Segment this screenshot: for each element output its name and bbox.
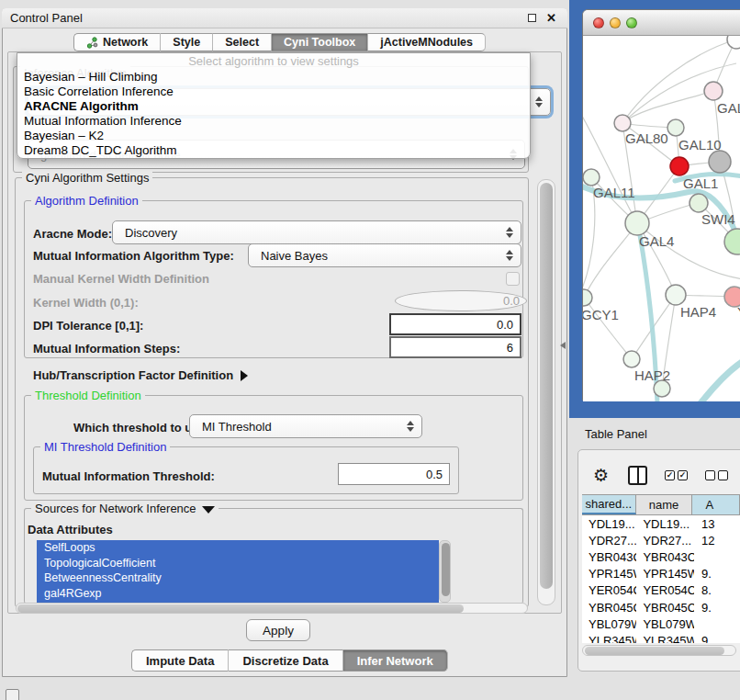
table-row[interactable]: YLR345WYLR345W9. (582, 632, 740, 643)
network-node[interactable] (727, 36, 740, 49)
tab-discretize-data[interactable]: Discretize Data (229, 649, 342, 672)
network-node-gal10[interactable] (667, 119, 684, 136)
select-all-icon[interactable]: ✓ ✓ (665, 470, 688, 480)
algorithm-option-bayesian-hill-climbing[interactable]: Bayesian – Hill Climbing (17, 70, 530, 85)
network-node[interactable] (709, 151, 731, 173)
data-attributes-list[interactable]: SelfLoopsTopologicalCoefficientBetweenne… (37, 540, 439, 603)
table-cell[interactable]: YBR043C (636, 550, 694, 564)
manual-kernel-checkbox[interactable] (506, 272, 520, 286)
network-node-gal1[interactable] (670, 157, 689, 175)
tab-infer-network[interactable]: Infer Network (343, 649, 448, 672)
table-row[interactable]: YBL079WYBL079W (582, 615, 740, 632)
table-cell[interactable]: 9. (694, 634, 740, 643)
zoom-traffic-light-icon[interactable] (626, 17, 637, 28)
network-node-swi4[interactable] (690, 194, 708, 212)
table-cell[interactable]: 12 (694, 534, 740, 548)
table-cell[interactable]: YBR043C (582, 550, 636, 564)
table-cell[interactable]: YBL079W (636, 617, 694, 631)
table-cell[interactable]: YPR145W (636, 567, 694, 581)
network-node-gcy1[interactable] (583, 289, 592, 306)
network-node-gal4[interactable] (625, 211, 649, 235)
column-header-shared[interactable]: shared... (582, 495, 636, 514)
dock-panel-icon[interactable] (6, 689, 19, 700)
deselect-all-icon[interactable] (705, 470, 728, 480)
manual-kernel-label: Manual Kernel Width Definition (33, 272, 209, 286)
scrollbar-thumb[interactable] (17, 604, 464, 613)
table-row[interactable]: YDL19...YDL19...13 (582, 515, 740, 532)
network-node-gal11[interactable] (583, 169, 600, 186)
mi-threshold-group-title: MI Threshold Definition (40, 440, 170, 454)
attributes-list-scrollbar[interactable] (439, 540, 451, 603)
table-cell[interactable]: YLR345W (582, 634, 636, 643)
table-row[interactable]: YDR27...YDR27...12 (582, 532, 740, 548)
tab-jactivemnodules[interactable]: jActiveMNodules (368, 33, 486, 51)
network-node-hap4[interactable] (666, 285, 686, 305)
data-attribute-item[interactable]: SelfLoops (37, 540, 439, 556)
gear-icon[interactable]: ⚙ (593, 465, 609, 486)
table-row[interactable]: YPR145WYPR145W9. (582, 566, 740, 582)
mi-steps-field[interactable]: 6 (389, 336, 521, 358)
scrollbar-thumb[interactable] (540, 183, 553, 589)
dpi-tolerance-field[interactable]: 0.0 (389, 313, 521, 335)
scrollbar-thumb[interactable] (442, 543, 450, 596)
mi-type-combobox[interactable]: Naive Bayes (248, 243, 521, 267)
table-cell[interactable]: 9. (694, 567, 740, 581)
column-header-name[interactable]: name (636, 495, 693, 514)
table-cell[interactable]: 8. (694, 583, 740, 597)
table-cell[interactable]: YDL19... (582, 517, 636, 531)
table-cell[interactable]: YPR145W (582, 567, 636, 581)
network-node[interactable] (724, 229, 740, 254)
table-row[interactable]: YBR043CYBR043C (582, 548, 740, 565)
combo-stepper-icon (506, 227, 513, 238)
hub-definition-expander[interactable]: Hub/Transcription Factor Definition (33, 368, 248, 382)
network-node-gal80[interactable] (614, 115, 631, 131)
algorithm-option-dream8-dc-tdc-algorithm[interactable]: Dream8 DC_TDC Algorithm (17, 143, 530, 158)
settings-horizontal-scrollbar[interactable] (16, 603, 528, 614)
table-cell[interactable]: YBL079W (582, 617, 636, 631)
column-header-a[interactable]: A (692, 495, 740, 514)
tab-network[interactable]: Network (73, 33, 161, 51)
minimize-traffic-light-icon[interactable] (610, 17, 621, 28)
data-attribute-item[interactable]: TopologicalCoefficient (37, 556, 439, 571)
algorithm-option-aracne-algorithm[interactable]: ARACNE Algorithm (17, 99, 530, 114)
table-cell[interactable]: YDR27... (636, 534, 694, 548)
table-row[interactable]: YER054CYER054C8. (582, 582, 740, 599)
network-node-hap2[interactable] (623, 351, 640, 367)
algorithm-option-mutual-information-inference[interactable]: Mutual Information Inference (17, 114, 530, 129)
close-icon[interactable]: ✕ (546, 11, 556, 25)
algorithm-option-bayesian-k2[interactable]: Bayesian – K2 (17, 129, 530, 143)
data-attribute-item[interactable]: BetweennessCentrality (37, 570, 439, 586)
tab-cyni-toolbox[interactable]: Cyni Toolbox (272, 33, 368, 51)
table-cell[interactable]: YBR045C (636, 601, 694, 615)
table-cell[interactable]: YER054C (582, 583, 636, 597)
network-node-gal7[interactable] (704, 82, 723, 100)
aracne-mode-label: Aracne Mode: (33, 227, 112, 241)
sources-group-title[interactable]: Sources for Network Inference (31, 502, 219, 515)
table-cell[interactable]: YBR045C (582, 601, 636, 615)
scrollbar-thumb[interactable] (585, 647, 724, 655)
table-cell[interactable]: 9. (694, 601, 740, 615)
close-traffic-light-icon[interactable] (593, 17, 604, 28)
table-cell[interactable]: 13 (694, 517, 740, 531)
table-horizontal-scrollbar[interactable] (582, 645, 736, 656)
which-threshold-combobox[interactable]: MI Threshold (189, 414, 422, 438)
table-cell[interactable]: YDR27... (582, 534, 636, 548)
table-cell[interactable]: YER054C (636, 583, 694, 597)
algorithm-option-basic-correlation-inference[interactable]: Basic Correlation Inference (17, 85, 530, 99)
table-cell[interactable]: YLR345W (636, 634, 694, 643)
aracne-mode-combobox[interactable]: Discovery (112, 220, 521, 244)
mi-threshold-field[interactable]: 0.5 (338, 463, 450, 485)
apply-button[interactable]: Apply (246, 619, 310, 641)
table-cell[interactable]: YDL19... (636, 517, 694, 531)
splitter-handle[interactable] (560, 342, 566, 349)
data-attribute-item[interactable]: gal4RGexp (37, 586, 439, 602)
kernel-width-field[interactable]: 0.0 (395, 290, 527, 311)
column-layout-icon[interactable] (628, 466, 647, 485)
tab-impute-data[interactable]: Impute Data (131, 649, 229, 672)
table-row[interactable]: YBR045CYBR045C9. (582, 599, 740, 615)
float-window-icon[interactable] (528, 14, 536, 22)
settings-vertical-scrollbar[interactable] (537, 179, 555, 605)
tab-style[interactable]: Style (161, 33, 213, 51)
tab-select[interactable]: Select (213, 33, 272, 51)
network-canvas[interactable]: GAL7GAL80GAL10GAL1GAL11SWI4GAL4GCY1HAP4Y… (583, 36, 740, 401)
